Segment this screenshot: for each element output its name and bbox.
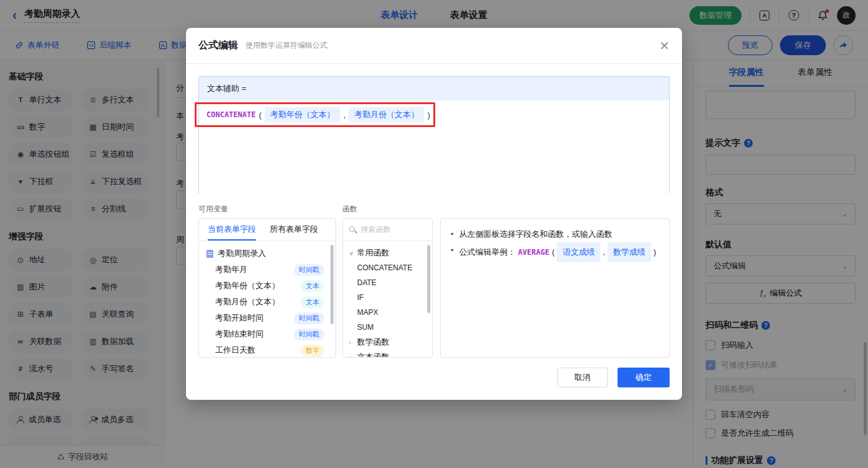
example-function-name: AVERAGE [518, 244, 550, 260]
cancel-button[interactable]: 取消 [557, 368, 608, 387]
form-node[interactable]: 考勤周期录入 [199, 245, 335, 262]
function-group-common[interactable]: ∨ 常用函数 [343, 245, 432, 260]
tab-all-form-fields[interactable]: 所有表单字段 [270, 219, 318, 241]
formula-editor-modal: 公式编辑 使用数学运算符编辑公式 ✕ 文本辅助 = CONCATENATE ( … [186, 28, 682, 400]
chevron-down-icon: ∨ [349, 250, 357, 257]
type-badge: 时间戳 [294, 264, 324, 276]
example-field-chip: 数学成绩 [608, 242, 651, 262]
function-item[interactable]: DATE [343, 275, 432, 290]
help-example: • 公式编辑举例： AVERAGE ( 语文成绩 , 数学成绩 ) [451, 242, 659, 262]
type-badge: 文本 [301, 280, 324, 292]
variable-row[interactable]: 考勤年份（文本） 文本 [199, 278, 335, 294]
function-item[interactable]: CONCATENATE [343, 260, 432, 275]
tab-current-form-fields[interactable]: 当前表单字段 [208, 219, 256, 241]
function-group-text[interactable]: › 文本函数 [343, 350, 432, 358]
search-icon [349, 226, 356, 234]
document-icon [206, 250, 213, 258]
help-panel: • 从左侧面板选择字段名和函数，或输入函数 • 公式编辑举例： AVERAGE … [440, 218, 670, 358]
type-badge: 时间戳 [294, 329, 324, 340]
function-search-input[interactable]: 搜索函数 [343, 219, 432, 241]
functions-panel: 搜索函数 ∨ 常用函数 CONCATENATE DATE IF MAPX SUM… [342, 218, 433, 358]
functions-label: 函数 [342, 204, 357, 214]
variable-row[interactable]: 考勤开始时间 时间戳 [199, 310, 335, 326]
functions-scrollbar[interactable] [427, 245, 430, 313]
variable-row[interactable]: 考勤结束时间 时间戳 [199, 326, 335, 342]
variable-row[interactable]: 考勤月份（文本） 文本 [199, 294, 335, 310]
function-name: CONCATENATE [206, 110, 255, 119]
variables-label: 可用变量 [198, 204, 342, 214]
chevron-right-icon: › [349, 354, 357, 358]
function-item[interactable]: MAPX [343, 305, 432, 320]
chevron-right-icon: › [349, 339, 357, 346]
variables-scrollbar[interactable] [330, 245, 334, 324]
formula-target: 文本辅助 = [199, 77, 669, 100]
help-tip: • 从左侧面板选择字段名和函数，或输入函数 [451, 226, 659, 242]
formula-editor-area[interactable]: 文本辅助 = CONCATENATE ( 考勤年份（文本） , 考勤月份（文本）… [198, 76, 670, 194]
type-badge: 时间戳 [294, 312, 324, 324]
field-chip[interactable]: 考勤年份（文本） [265, 107, 340, 122]
variables-panel: 当前表单字段 所有表单字段 考勤周期录入 考勤年月 时间戳 考勤年份（文本） 文… [198, 218, 336, 358]
variable-row[interactable]: 考勤年月 时间戳 [199, 262, 335, 278]
function-item[interactable]: IF [343, 290, 432, 305]
modal-subtitle: 使用数学运算符编辑公式 [246, 40, 327, 51]
formula-expression[interactable]: CONCATENATE ( 考勤年份（文本） , 考勤月份（文本） ) [199, 100, 669, 122]
example-field-chip: 语文成绩 [557, 242, 600, 262]
field-chip[interactable]: 考勤月份（文本） [348, 107, 424, 122]
function-item[interactable]: SUM [343, 320, 432, 335]
close-icon[interactable]: ✕ [659, 40, 670, 52]
variable-row[interactable]: 工作日天数 数字 [199, 342, 335, 358]
modal-title: 公式编辑 [198, 39, 238, 52]
type-badge: 文本 [301, 296, 324, 308]
confirm-button[interactable]: 确定 [618, 368, 670, 387]
function-group-math[interactable]: › 数学函数 [343, 335, 432, 350]
type-badge: 数字 [301, 345, 324, 356]
